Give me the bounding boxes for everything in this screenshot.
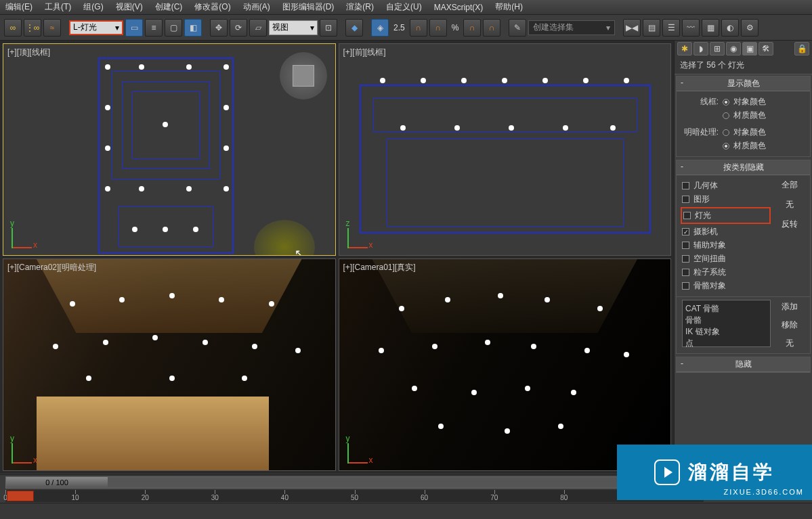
align-button[interactable]: ▤ [643,19,660,37]
viewport-top[interactable]: [+][顶][线框] ↖ [3,43,336,256]
radio-shade-object[interactable] [723,129,729,136]
display-tab[interactable]: ▣ [742,42,757,55]
percent-icon: % [452,23,459,32]
utilities-tab[interactable]: 🛠 [758,42,773,55]
viewcube[interactable] [280,52,327,99]
cb-cameras[interactable] [682,228,689,235]
angle-snap-value: 2.5 [393,23,405,32]
menu-tools[interactable]: 工具(T) [45,1,71,13]
menu-group[interactable]: 组(G) [83,1,103,13]
cb-particles[interactable] [682,269,689,276]
selection-filter-dropdown[interactable]: L-灯光 ▾ [69,20,123,35]
rollout-display-color: -显示颜色 线框: 对象颜色 材质颜色 明暗处理: 对象颜色 材质颜色 [676,76,811,157]
link-button[interactable]: ∞ [4,19,22,37]
axis-gizmo: xz [347,221,375,248]
axis-gizmo: xy [12,221,39,248]
btn-all[interactable]: 全部 [782,178,798,192]
ref-coord-dropdown[interactable]: 视图 ▾ [269,20,318,35]
viewport-label-front[interactable]: [+][前][线框] [343,47,386,58]
select-object-button[interactable]: ▭ [125,19,143,37]
menu-modifiers[interactable]: 修改器(O) [194,1,230,13]
time-slider[interactable]: 0 / 100 [5,476,704,489]
btn-none[interactable]: 无 [786,198,794,212]
ref-coord-value: 视图 [272,22,289,33]
menu-edit[interactable]: 编辑(E) [5,1,33,13]
curve-editor-button[interactable]: 〰 [682,19,700,37]
cb-spacewarps[interactable] [682,255,689,263]
watermark-overlay: 溜溜自学 ZIXUE.3D66.COM [617,445,812,500]
rollout-head-display[interactable]: -显示颜色 [677,76,810,91]
radio-shade-material[interactable] [723,143,729,150]
radio-wire-object[interactable] [723,99,729,106]
snap-4-button[interactable]: ∩ [483,19,500,37]
menu-graph-editors[interactable]: 图形编辑器(D) [282,1,335,13]
menu-views[interactable]: 视图(V) [116,1,143,13]
lock-icon[interactable]: 🔒 [794,42,809,55]
select-manipulate-button[interactable]: ◆ [345,19,363,37]
layers-button[interactable]: ☰ [662,19,680,37]
viewport-camera02[interactable]: [+][Camera02][明暗处理] xy [3,258,336,471]
mirror-button[interactable]: ▶◀ [623,19,641,37]
viewport-label-cam2[interactable]: [+][Camera02][明暗处理] [7,262,96,273]
cb-geometry[interactable] [682,182,689,189]
viewport-front-content: xz [339,44,671,255]
pivot-center-button[interactable]: ⊡ [320,19,337,37]
schematic-button[interactable]: ▦ [702,19,719,37]
viewport-front[interactable]: [+][前][线框] xz [339,43,672,256]
hierarchy-tab[interactable]: ⊞ [710,42,725,55]
motion-tab[interactable]: ◉ [726,42,741,55]
time-ruler[interactable]: 0102030405060708090100 [5,490,704,502]
tick-label: 50 [351,494,358,501]
percent-snap-button[interactable]: ∩ [429,19,447,37]
snap-toggle-button[interactable]: ◈ [371,19,389,37]
wireframe-front-scene [360,58,664,248]
menu-help[interactable]: 帮助(H) [495,1,523,13]
cursor-icon: ↖ [295,247,303,256]
named-selection-dropdown[interactable]: 创建选择集 ▾ [528,20,615,35]
tick-label: 40 [281,494,289,501]
bind-spacewarp-button[interactable]: ≈ [43,19,61,37]
create-tab[interactable]: ✱ [677,42,692,55]
unlink-button[interactable]: ⋮∞ [24,19,41,37]
spinner-snap-button[interactable]: ∩ [463,19,481,37]
axis-gizmo: xy [12,436,39,464]
viewport-label-top[interactable]: [+][顶][线框] [7,47,50,58]
time-handle[interactable]: 0 / 100 [6,477,108,488]
window-crossing-button[interactable]: ◧ [184,19,202,37]
play-icon [654,459,680,485]
menu-create[interactable]: 创建(C) [155,1,183,13]
menu-animation[interactable]: 动画(A) [243,1,270,13]
cb-lights[interactable] [683,212,691,219]
angle-snap-button[interactable]: ∩ [410,19,427,37]
btn-remove[interactable]: 移除 [775,318,805,332]
btn-list-none[interactable]: 无 [775,336,805,351]
menu-customize[interactable]: 自定义(U) [386,1,422,13]
rollout-head-hidecat[interactable]: -按类别隐藏 [677,160,810,175]
cb-shapes[interactable] [682,196,689,203]
scale-button[interactable]: ▱ [249,19,267,37]
rollout-head-hide[interactable]: -隐藏 [677,357,810,372]
viewport-camera01[interactable]: [+][Camera01][真实] xy [339,258,672,471]
material-editor-button[interactable]: ◐ [721,19,739,37]
btn-add[interactable]: 添加 [775,300,805,314]
btn-invert[interactable]: 反转 [782,217,798,231]
trackbar-key-button[interactable] [7,491,34,501]
tick-label: 30 [211,494,219,501]
modify-tab[interactable]: ◗ [693,42,708,55]
menu-maxscript[interactable]: MAXScript(X) [434,3,484,12]
tick-label: 70 [490,494,498,501]
rect-region-button[interactable]: ▢ [165,19,182,37]
select-by-name-button[interactable]: ≡ [145,19,163,37]
radio-wire-material[interactable] [723,112,729,119]
cb-bones[interactable] [682,282,689,290]
named-set-edit-button[interactable]: ✎ [509,19,526,37]
viewport-cam2-content: xy [3,259,335,470]
viewport-label-cam1[interactable]: [+][Camera01][真实] [343,262,416,273]
tick-label: 20 [142,494,149,501]
render-setup-button[interactable]: ⚙ [741,19,758,37]
bone-listbox[interactable]: CAT 骨骼 骨骼 IK 链对象 点 [682,300,771,347]
rotate-button[interactable]: ⟳ [230,19,247,37]
cb-helpers[interactable] [682,242,689,249]
menu-rendering[interactable]: 渲染(R) [346,1,374,13]
move-button[interactable]: ✥ [210,19,228,37]
